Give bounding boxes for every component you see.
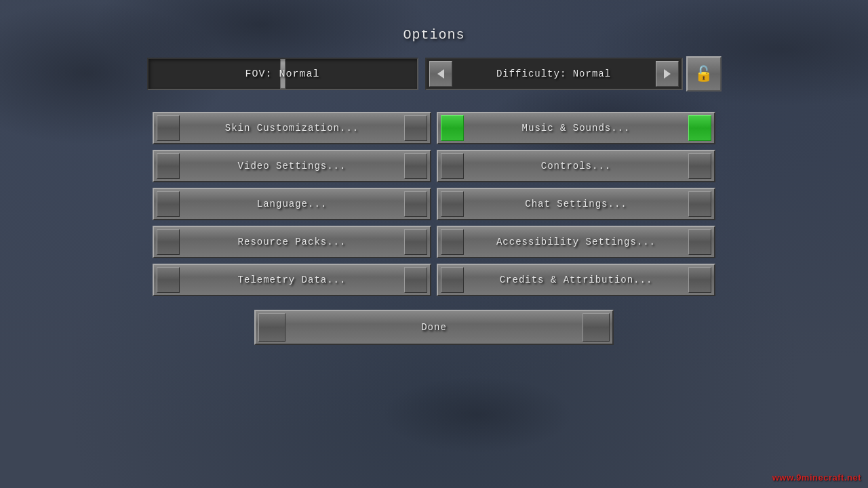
difficulty-label: Difficulty: Normal [452, 68, 656, 79]
credits-attribution-label: Credits & Attribution... [464, 274, 688, 285]
video-settings-button[interactable]: Video Settings... [153, 150, 431, 182]
done-button-left-deco [258, 313, 285, 342]
controls-button[interactable]: Controls... [437, 150, 715, 182]
chat-settings-left-deco [441, 191, 464, 217]
music-sounds-left-deco [441, 115, 464, 141]
fov-label: FOV: Normal [245, 68, 319, 80]
chat-settings-label: Chat Settings... [464, 199, 688, 209]
resource-packs-left-deco [157, 229, 180, 255]
accessibility-settings-right-deco [688, 229, 711, 255]
telemetry-data-label: Telemetry Data... [180, 274, 404, 285]
difficulty-increase-button[interactable] [656, 61, 679, 87]
controls-right-deco [688, 153, 711, 179]
accessibility-settings-button[interactable]: Accessibility Settings... [437, 226, 715, 258]
music-sounds-right-deco [688, 115, 711, 141]
done-button-label: Done [285, 322, 583, 333]
music-sounds-label: Music & Sounds... [464, 123, 688, 134]
credits-attribution-button[interactable]: Credits & Attribution... [437, 264, 715, 296]
credits-attribution-right-deco [688, 267, 711, 293]
skin-customization-label: Skin Customization... [180, 123, 404, 134]
language-left-deco [157, 191, 180, 217]
chat-settings-right-deco [688, 191, 711, 217]
video-settings-left-deco [157, 153, 180, 179]
telemetry-data-button[interactable]: Telemetry Data... [153, 264, 431, 296]
telemetry-data-right-deco [404, 267, 427, 293]
options-buttons-grid: Skin Customization...Music & Sounds...Vi… [153, 112, 715, 296]
video-settings-right-deco [404, 153, 427, 179]
language-button[interactable]: Language... [153, 188, 431, 220]
done-row: Done [254, 310, 614, 345]
difficulty-decrease-button[interactable] [429, 61, 452, 87]
done-button[interactable]: Done [254, 310, 614, 345]
top-controls-row: FOV: Normal Difficulty: Normal 🔓 [147, 56, 722, 92]
page-title: Options [403, 27, 465, 43]
done-button-right-deco [583, 313, 610, 342]
difficulty-lock-button[interactable]: 🔓 [686, 56, 722, 92]
resource-packs-right-deco [404, 229, 427, 255]
accessibility-settings-left-deco [441, 229, 464, 255]
telemetry-data-left-deco [157, 267, 180, 293]
difficulty-control[interactable]: Difficulty: Normal [425, 58, 683, 90]
controls-label: Controls... [464, 161, 688, 171]
resource-packs-label: Resource Packs... [180, 237, 404, 247]
credits-attribution-left-deco [441, 267, 464, 293]
chat-settings-button[interactable]: Chat Settings... [437, 188, 715, 220]
accessibility-settings-label: Accessibility Settings... [464, 237, 688, 247]
skin-customization-left-deco [157, 115, 180, 141]
resource-packs-button[interactable]: Resource Packs... [153, 226, 431, 258]
skin-customization-right-deco [404, 115, 427, 141]
skin-customization-button[interactable]: Skin Customization... [153, 112, 431, 144]
language-label: Language... [180, 199, 404, 209]
video-settings-label: Video Settings... [180, 161, 404, 171]
language-right-deco [404, 191, 427, 217]
music-sounds-button[interactable]: Music & Sounds... [437, 112, 715, 144]
fov-slider[interactable]: FOV: Normal [147, 58, 418, 90]
difficulty-wrapper: Difficulty: Normal 🔓 [425, 56, 722, 92]
controls-left-deco [441, 153, 464, 179]
